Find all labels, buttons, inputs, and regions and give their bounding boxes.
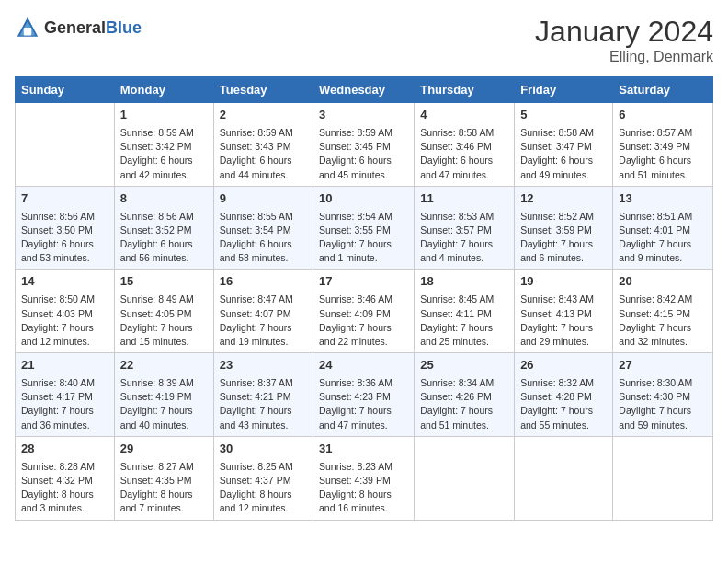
table-row: 1Sunrise: 8:59 AMSunset: 3:42 PMDaylight… <box>114 103 213 187</box>
table-row: 27Sunrise: 8:30 AMSunset: 4:30 PMDayligh… <box>613 353 713 437</box>
day-number: 4 <box>420 107 508 124</box>
cell-content: Sunrise: 8:32 AMSunset: 4:28 PMDaylight:… <box>520 376 607 432</box>
day-number: 12 <box>520 190 607 208</box>
cell-content: Sunrise: 8:47 AMSunset: 4:07 PMDaylight:… <box>220 293 307 349</box>
cell-content: Sunrise: 8:59 AMSunset: 3:42 PMDaylight:… <box>120 126 208 182</box>
day-number: 6 <box>619 107 707 124</box>
table-row: 30Sunrise: 8:25 AMSunset: 4:37 PMDayligh… <box>213 436 313 520</box>
calendar-week-row: 1Sunrise: 8:59 AMSunset: 3:42 PMDaylight… <box>16 103 713 187</box>
header-monday: Monday <box>114 77 213 103</box>
table-row: 12Sunrise: 8:52 AMSunset: 3:59 PMDayligh… <box>515 186 613 270</box>
table-row: 20Sunrise: 8:42 AMSunset: 4:15 PMDayligh… <box>613 270 713 353</box>
day-number: 28 <box>21 441 108 458</box>
table-row: 22Sunrise: 8:39 AMSunset: 4:19 PMDayligh… <box>114 353 213 437</box>
cell-content: Sunrise: 8:43 AMSunset: 4:13 PMDaylight:… <box>520 293 607 349</box>
day-number: 27 <box>619 357 707 374</box>
table-row: 17Sunrise: 8:46 AMSunset: 4:09 PMDayligh… <box>313 270 415 353</box>
cell-content: Sunrise: 8:58 AMSunset: 3:47 PMDaylight:… <box>520 126 607 182</box>
cell-content: Sunrise: 8:34 AMSunset: 4:26 PMDaylight:… <box>420 376 508 432</box>
calendar-week-row: 28Sunrise: 8:28 AMSunset: 4:32 PMDayligh… <box>16 436 713 520</box>
table-row: 31Sunrise: 8:23 AMSunset: 4:39 PMDayligh… <box>313 436 415 520</box>
location-subtitle: Elling, Denmark <box>535 49 713 65</box>
page-header: GeneralBlue January 2024 Elling, Denmark <box>15 15 713 65</box>
calendar-week-row: 21Sunrise: 8:40 AMSunset: 4:17 PMDayligh… <box>16 353 713 437</box>
cell-content: Sunrise: 8:52 AMSunset: 3:59 PMDaylight:… <box>520 210 607 266</box>
day-number: 22 <box>120 357 208 374</box>
table-row: 24Sunrise: 8:36 AMSunset: 4:23 PMDayligh… <box>313 353 415 437</box>
header-wednesday: Wednesday <box>313 77 415 103</box>
logo-icon <box>15 15 40 40</box>
day-number: 3 <box>319 107 408 124</box>
table-row: 11Sunrise: 8:53 AMSunset: 3:57 PMDayligh… <box>415 186 515 270</box>
table-row: 16Sunrise: 8:47 AMSunset: 4:07 PMDayligh… <box>213 270 313 353</box>
day-number: 25 <box>420 357 508 374</box>
cell-content: Sunrise: 8:56 AMSunset: 3:52 PMDaylight:… <box>120 210 208 266</box>
calendar-week-row: 14Sunrise: 8:50 AMSunset: 4:03 PMDayligh… <box>16 270 713 353</box>
table-row: 25Sunrise: 8:34 AMSunset: 4:26 PMDayligh… <box>415 353 515 437</box>
day-number: 14 <box>21 273 108 291</box>
month-year-title: January 2024 <box>535 15 713 49</box>
logo-general: General <box>44 18 106 37</box>
day-number: 7 <box>21 190 108 208</box>
cell-content: Sunrise: 8:23 AMSunset: 4:39 PMDaylight:… <box>319 460 408 516</box>
calendar-header-row: Sunday Monday Tuesday Wednesday Thursday… <box>16 77 713 103</box>
cell-content: Sunrise: 8:46 AMSunset: 4:09 PMDaylight:… <box>319 293 408 349</box>
day-number: 30 <box>220 441 307 458</box>
day-number: 20 <box>619 273 707 291</box>
day-number: 11 <box>420 190 508 208</box>
cell-content: Sunrise: 8:59 AMSunset: 3:43 PMDaylight:… <box>220 126 307 182</box>
day-number: 9 <box>220 190 307 208</box>
day-number: 26 <box>520 357 607 374</box>
table-row: 23Sunrise: 8:37 AMSunset: 4:21 PMDayligh… <box>213 353 313 437</box>
table-row: 10Sunrise: 8:54 AMSunset: 3:55 PMDayligh… <box>313 186 415 270</box>
cell-content: Sunrise: 8:57 AMSunset: 3:49 PMDaylight:… <box>619 126 707 182</box>
calendar-table: Sunday Monday Tuesday Wednesday Thursday… <box>15 76 713 521</box>
day-number: 31 <box>319 441 408 458</box>
cell-content: Sunrise: 8:36 AMSunset: 4:23 PMDaylight:… <box>319 376 408 432</box>
svg-rect-2 <box>24 28 31 35</box>
cell-content: Sunrise: 8:50 AMSunset: 4:03 PMDaylight:… <box>21 293 108 349</box>
table-row: 14Sunrise: 8:50 AMSunset: 4:03 PMDayligh… <box>16 270 115 353</box>
header-saturday: Saturday <box>613 77 713 103</box>
day-number: 21 <box>21 357 108 374</box>
cell-content: Sunrise: 8:39 AMSunset: 4:19 PMDaylight:… <box>120 376 208 432</box>
day-number: 17 <box>319 273 408 291</box>
cell-content: Sunrise: 8:45 AMSunset: 4:11 PMDaylight:… <box>420 293 508 349</box>
cell-content: Sunrise: 8:30 AMSunset: 4:30 PMDaylight:… <box>619 376 707 432</box>
cell-content: Sunrise: 8:54 AMSunset: 3:55 PMDaylight:… <box>319 210 408 266</box>
table-row: 28Sunrise: 8:28 AMSunset: 4:32 PMDayligh… <box>16 436 115 520</box>
table-row: 18Sunrise: 8:45 AMSunset: 4:11 PMDayligh… <box>415 270 515 353</box>
cell-content: Sunrise: 8:28 AMSunset: 4:32 PMDaylight:… <box>21 460 108 516</box>
header-tuesday: Tuesday <box>213 77 313 103</box>
table-row <box>16 103 115 187</box>
cell-content: Sunrise: 8:25 AMSunset: 4:37 PMDaylight:… <box>220 460 307 516</box>
header-friday: Friday <box>515 77 613 103</box>
table-row <box>515 436 613 520</box>
day-number: 1 <box>120 107 208 124</box>
day-number: 13 <box>619 190 707 208</box>
header-thursday: Thursday <box>415 77 515 103</box>
day-number: 2 <box>220 107 307 124</box>
table-row: 3Sunrise: 8:59 AMSunset: 3:45 PMDaylight… <box>313 103 415 187</box>
day-number: 16 <box>220 273 307 291</box>
logo: GeneralBlue <box>15 15 142 40</box>
table-row: 6Sunrise: 8:57 AMSunset: 3:49 PMDaylight… <box>613 103 713 187</box>
day-number: 8 <box>120 190 208 208</box>
day-number: 24 <box>319 357 408 374</box>
day-number: 15 <box>120 273 208 291</box>
cell-content: Sunrise: 8:37 AMSunset: 4:21 PMDaylight:… <box>220 376 307 432</box>
logo-blue: Blue <box>106 18 142 37</box>
table-row <box>613 436 713 520</box>
cell-content: Sunrise: 8:42 AMSunset: 4:15 PMDaylight:… <box>619 293 707 349</box>
calendar-week-row: 7Sunrise: 8:56 AMSunset: 3:50 PMDaylight… <box>16 186 713 270</box>
cell-content: Sunrise: 8:58 AMSunset: 3:46 PMDaylight:… <box>420 126 508 182</box>
cell-content: Sunrise: 8:55 AMSunset: 3:54 PMDaylight:… <box>220 210 307 266</box>
table-row: 15Sunrise: 8:49 AMSunset: 4:05 PMDayligh… <box>114 270 213 353</box>
cell-content: Sunrise: 8:49 AMSunset: 4:05 PMDaylight:… <box>120 293 208 349</box>
day-number: 23 <box>220 357 307 374</box>
table-row: 21Sunrise: 8:40 AMSunset: 4:17 PMDayligh… <box>16 353 115 437</box>
day-number: 10 <box>319 190 408 208</box>
day-number: 5 <box>520 107 607 124</box>
table-row: 9Sunrise: 8:55 AMSunset: 3:54 PMDaylight… <box>213 186 313 270</box>
table-row: 19Sunrise: 8:43 AMSunset: 4:13 PMDayligh… <box>515 270 613 353</box>
